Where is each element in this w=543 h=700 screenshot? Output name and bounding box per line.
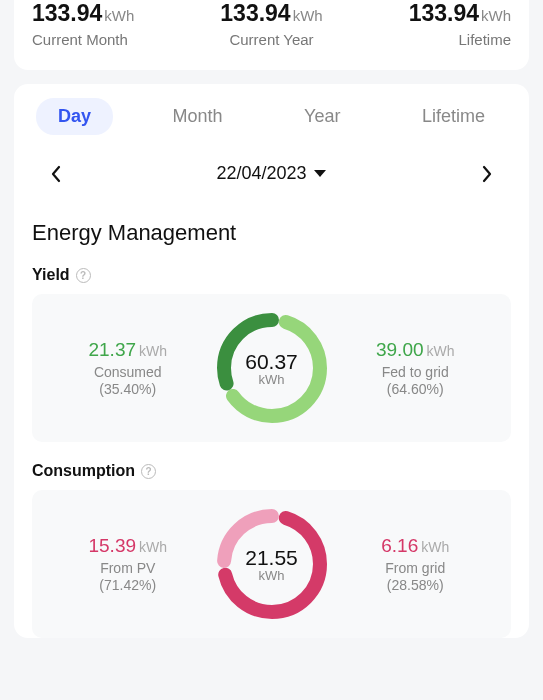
consumption-grid-label: From grid	[332, 560, 500, 576]
consumption-pv-value: 15.39	[88, 535, 136, 556]
yield-consumed-pct: (35.40%)	[44, 381, 212, 397]
summary-label: Lifetime	[358, 31, 511, 48]
summary-unit: kWh	[293, 7, 323, 24]
section-title: Energy Management	[32, 220, 511, 246]
summary-label: Current Year	[195, 31, 348, 48]
consumption-total-unit: kWh	[259, 568, 285, 583]
consumption-donut-chart: 21.55 kWh	[212, 504, 332, 624]
yield-heading: Yield ?	[32, 266, 511, 284]
unit: kWh	[427, 343, 455, 359]
tab-month[interactable]: Month	[151, 98, 245, 135]
next-day-button[interactable]	[481, 165, 493, 183]
summary-card: 133.94kWh Current Month 133.94kWh Curren…	[14, 0, 529, 70]
yield-donut-chart: 60.37 kWh	[212, 308, 332, 428]
tab-day[interactable]: Day	[36, 98, 113, 135]
yield-total-value: 60.37	[245, 350, 298, 374]
summary-current-month: 133.94kWh Current Month	[32, 0, 185, 48]
summary-label: Current Month	[32, 31, 185, 48]
time-tabs: Day Month Year Lifetime	[32, 98, 511, 135]
yield-consumed-label: Consumed	[44, 364, 212, 380]
summary-unit: kWh	[104, 7, 134, 24]
date-text: 22/04/2023	[216, 163, 306, 184]
yield-fed-to-grid: 39.00kWh Fed to grid (64.60%)	[332, 339, 500, 397]
yield-consumed-value: 21.37	[88, 339, 136, 360]
tab-lifetime[interactable]: Lifetime	[400, 98, 507, 135]
date-selector[interactable]: 22/04/2023	[216, 163, 326, 184]
unit: kWh	[421, 539, 449, 555]
consumption-pv-label: From PV	[44, 560, 212, 576]
consumption-pv-pct: (71.42%)	[44, 577, 212, 593]
consumption-from-pv: 15.39kWh From PV (71.42%)	[44, 535, 212, 593]
tab-year[interactable]: Year	[282, 98, 362, 135]
unit: kWh	[139, 539, 167, 555]
consumption-panel: 15.39kWh From PV (71.42%) 21.55 kWh 6.16…	[32, 490, 511, 638]
yield-total-unit: kWh	[259, 372, 285, 387]
summary-current-year: 133.94kWh Current Year	[195, 0, 348, 48]
summary-lifetime: 133.94kWh Lifetime	[358, 0, 511, 48]
yield-panel: 21.37kWh Consumed (35.40%) 60.37 kWh 39.…	[32, 294, 511, 442]
summary-unit: kWh	[481, 7, 511, 24]
yield-consumed: 21.37kWh Consumed (35.40%)	[44, 339, 212, 397]
caret-down-icon	[313, 169, 327, 179]
consumption-from-grid: 6.16kWh From grid (28.58%)	[332, 535, 500, 593]
consumption-total-value: 21.55	[245, 546, 298, 570]
yield-fed-pct: (64.60%)	[332, 381, 500, 397]
yield-fed-label: Fed to grid	[332, 364, 500, 380]
summary-value: 133.94	[409, 0, 479, 26]
yield-fed-value: 39.00	[376, 339, 424, 360]
main-card: Day Month Year Lifetime 22/04/2023 Energ…	[14, 84, 529, 638]
summary-value: 133.94	[220, 0, 290, 26]
consumption-grid-value: 6.16	[381, 535, 418, 556]
consumption-title: Consumption	[32, 462, 135, 480]
consumption-heading: Consumption ?	[32, 462, 511, 480]
date-navigator: 22/04/2023	[32, 163, 511, 184]
yield-title: Yield	[32, 266, 70, 284]
summary-value: 133.94	[32, 0, 102, 26]
chevron-left-icon	[50, 165, 62, 183]
help-icon[interactable]: ?	[76, 268, 91, 283]
chevron-right-icon	[481, 165, 493, 183]
unit: kWh	[139, 343, 167, 359]
help-icon[interactable]: ?	[141, 464, 156, 479]
prev-day-button[interactable]	[50, 165, 62, 183]
consumption-grid-pct: (28.58%)	[332, 577, 500, 593]
